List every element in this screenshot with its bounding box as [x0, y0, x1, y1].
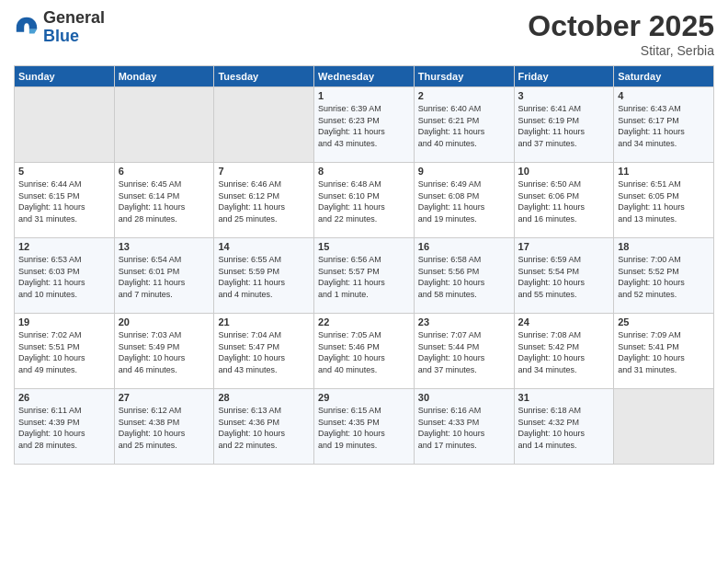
day-number: 31 — [518, 392, 610, 403]
calendar-cell: 18Sunrise: 7:00 AMSunset: 5:52 PMDayligh… — [614, 238, 714, 314]
day-info: Sunrise: 6:48 AM — [318, 178, 410, 190]
calendar-cell: 13Sunrise: 6:54 AMSunset: 6:01 PMDayligh… — [114, 238, 214, 314]
day-info: and 4 minutes. — [218, 289, 310, 301]
day-info: Sunset: 5:59 PM — [218, 266, 310, 278]
day-number: 11 — [618, 166, 710, 177]
calendar-cell: 10Sunrise: 6:50 AMSunset: 6:06 PMDayligh… — [514, 163, 614, 238]
calendar-cell: 29Sunrise: 6:15 AMSunset: 4:35 PMDayligh… — [314, 389, 415, 465]
day-info: Sunrise: 6:46 AM — [218, 178, 310, 190]
col-wednesday: Wednesday — [314, 66, 415, 87]
day-info: Sunset: 5:46 PM — [318, 341, 410, 353]
calendar-table: Sunday Monday Tuesday Wednesday Thursday… — [14, 65, 714, 465]
day-info: Daylight: 10 hours — [218, 352, 310, 364]
calendar-cell: 24Sunrise: 7:08 AMSunset: 5:42 PMDayligh… — [514, 314, 614, 389]
day-info: and 46 minutes. — [119, 364, 210, 376]
col-saturday: Saturday — [614, 66, 714, 87]
day-number: 13 — [119, 241, 210, 252]
day-info: and 49 minutes. — [18, 364, 110, 376]
calendar-cell: 28Sunrise: 6:13 AMSunset: 4:36 PMDayligh… — [214, 389, 314, 465]
day-info: Daylight: 11 hours — [618, 201, 710, 213]
day-info: and 22 minutes. — [218, 440, 310, 452]
day-info: Sunset: 6:21 PM — [418, 115, 510, 127]
day-info: and 1 minute. — [318, 289, 410, 301]
day-info: and 37 minutes. — [518, 138, 610, 150]
day-info: and 31 minutes. — [618, 364, 710, 376]
day-number: 3 — [518, 90, 610, 101]
col-sunday: Sunday — [15, 66, 115, 87]
day-info: Sunrise: 6:11 AM — [18, 405, 110, 417]
day-info: Sunset: 5:42 PM — [518, 341, 610, 353]
day-info: Sunset: 5:52 PM — [618, 266, 710, 278]
day-info: Sunrise: 7:05 AM — [318, 329, 410, 341]
calendar-cell: 15Sunrise: 6:56 AMSunset: 5:57 PMDayligh… — [314, 238, 415, 314]
day-info: Daylight: 11 hours — [318, 201, 410, 213]
calendar-cell — [214, 87, 314, 163]
day-info: and 7 minutes. — [119, 289, 210, 301]
day-info: Sunrise: 6:15 AM — [318, 405, 410, 417]
day-info: Daylight: 11 hours — [318, 126, 410, 138]
day-info: Daylight: 11 hours — [418, 126, 510, 138]
day-info: Sunset: 4:33 PM — [418, 417, 510, 429]
day-info: Sunset: 4:39 PM — [18, 417, 110, 429]
logo-text: General Blue — [43, 9, 105, 46]
day-info: Sunrise: 6:18 AM — [518, 405, 610, 417]
calendar-cell: 31Sunrise: 6:18 AMSunset: 4:32 PMDayligh… — [514, 389, 614, 465]
calendar-cell: 12Sunrise: 6:53 AMSunset: 6:03 PMDayligh… — [15, 238, 115, 314]
day-info: Sunset: 5:57 PM — [318, 266, 410, 278]
logo-icon — [14, 15, 40, 40]
day-info: Sunset: 4:38 PM — [119, 417, 210, 429]
day-info: Sunset: 6:01 PM — [119, 266, 210, 278]
day-info: Sunset: 5:44 PM — [418, 341, 510, 353]
day-number: 12 — [18, 241, 110, 252]
day-info: Sunset: 6:23 PM — [318, 115, 410, 127]
day-info: Daylight: 10 hours — [518, 352, 610, 364]
day-info: Sunset: 5:49 PM — [119, 341, 210, 353]
day-info: Sunrise: 6:16 AM — [418, 405, 510, 417]
day-info: Daylight: 10 hours — [418, 428, 510, 440]
day-info: Daylight: 11 hours — [18, 277, 110, 289]
col-monday: Monday — [114, 66, 214, 87]
day-info: and 19 minutes. — [418, 213, 510, 225]
logo: General Blue — [14, 9, 105, 46]
calendar-cell: 6Sunrise: 6:45 AMSunset: 6:14 PMDaylight… — [114, 163, 214, 238]
day-number: 10 — [518, 166, 610, 177]
day-info: Sunrise: 6:56 AM — [318, 254, 410, 266]
day-info: Sunset: 6:19 PM — [518, 115, 610, 127]
day-number: 15 — [318, 241, 410, 252]
calendar-week-3: 12Sunrise: 6:53 AMSunset: 6:03 PMDayligh… — [15, 238, 714, 314]
day-info: Daylight: 11 hours — [618, 126, 710, 138]
day-info: Sunset: 5:54 PM — [518, 266, 610, 278]
month-title: October 2025 — [528, 9, 714, 43]
day-info: Sunrise: 6:50 AM — [518, 178, 610, 190]
day-info: Sunset: 6:12 PM — [218, 190, 310, 202]
day-info: and 43 minutes. — [318, 138, 410, 150]
day-info: Daylight: 10 hours — [618, 277, 710, 289]
calendar-week-2: 5Sunrise: 6:44 AMSunset: 6:15 PMDaylight… — [15, 163, 714, 238]
day-info: and 25 minutes. — [119, 440, 210, 452]
day-info: Sunrise: 6:53 AM — [18, 254, 110, 266]
day-info: and 13 minutes. — [618, 213, 710, 225]
day-info: Sunset: 4:35 PM — [318, 417, 410, 429]
calendar-cell: 7Sunrise: 6:46 AMSunset: 6:12 PMDaylight… — [214, 163, 314, 238]
header-row: Sunday Monday Tuesday Wednesday Thursday… — [15, 66, 714, 87]
calendar-cell: 5Sunrise: 6:44 AMSunset: 6:15 PMDaylight… — [15, 163, 115, 238]
day-info: Sunrise: 6:39 AM — [318, 103, 410, 115]
day-info: Sunrise: 6:41 AM — [518, 103, 610, 115]
day-info: Daylight: 11 hours — [218, 277, 310, 289]
day-info: Sunset: 4:36 PM — [218, 417, 310, 429]
day-info: and 55 minutes. — [518, 289, 610, 301]
day-info: Sunrise: 7:07 AM — [418, 329, 510, 341]
day-info: and 52 minutes. — [618, 289, 710, 301]
day-info: Sunset: 6:08 PM — [418, 190, 510, 202]
day-info: Sunrise: 6:59 AM — [518, 254, 610, 266]
day-number: 6 — [119, 166, 210, 177]
calendar-week-5: 26Sunrise: 6:11 AMSunset: 4:39 PMDayligh… — [15, 389, 714, 465]
day-info: Sunrise: 6:45 AM — [119, 178, 210, 190]
day-info: Sunrise: 6:58 AM — [418, 254, 510, 266]
day-info: Sunset: 6:10 PM — [318, 190, 410, 202]
day-info: Sunrise: 6:51 AM — [618, 178, 710, 190]
day-info: Daylight: 10 hours — [119, 352, 210, 364]
day-number: 28 — [218, 392, 310, 403]
day-info: Sunrise: 7:08 AM — [518, 329, 610, 341]
day-number: 24 — [518, 316, 610, 327]
